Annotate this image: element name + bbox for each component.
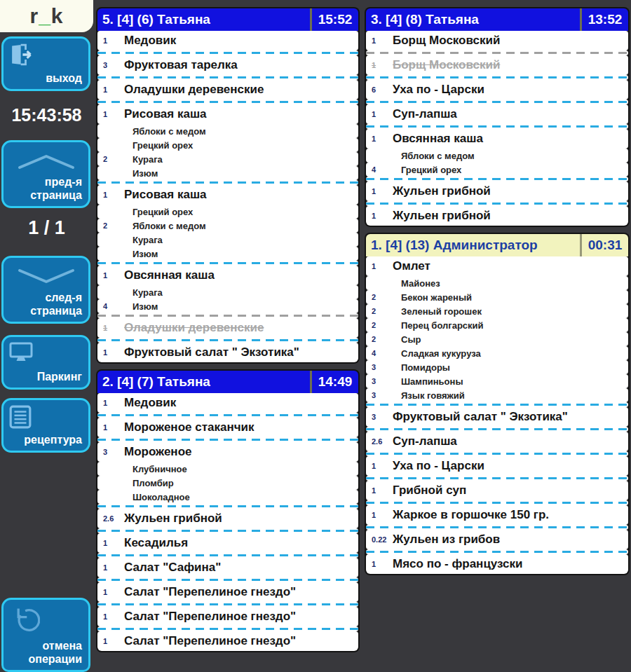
exit-button[interactable]: выход <box>1 36 90 91</box>
item-separator <box>366 402 628 407</box>
item-name: Овсянная каша <box>124 268 215 282</box>
parking-button[interactable]: Паркинг <box>1 335 90 390</box>
order-item-row[interactable]: 1Кесадилья <box>97 533 358 553</box>
order-item-row[interactable]: 1Борщ Московский <box>366 31 628 50</box>
order-item-row[interactable]: 1Рисовая каша <box>97 185 358 205</box>
order-item-row[interactable]: 1Жульен грибной <box>366 181 628 201</box>
order-item-row[interactable]: 1Медовик <box>97 393 358 413</box>
subitem-qty: 3 <box>366 363 393 371</box>
order-card[interactable]: 2. [4] (7) Татьяна14:491Медовик1Морожено… <box>96 369 360 652</box>
item-name: Суп-лапша <box>393 434 457 448</box>
item-name: Салат "Перепелиное гнездо" <box>124 634 296 648</box>
order-item-row[interactable]: 0.22Жульен из грибов <box>366 530 628 549</box>
subitem-qty: 2 <box>97 155 124 163</box>
subitem-qty: 2 <box>97 221 124 230</box>
item-qty: 1 <box>97 563 124 572</box>
next-page-label: след-я страница <box>30 291 82 317</box>
order-subitem-row: Шоколадное <box>97 490 358 504</box>
order-item-row[interactable]: 1Мороженое стаканчик <box>97 418 358 437</box>
order-card-header[interactable]: 5. [4] (6) Татьяна15:52 <box>97 8 358 31</box>
item-name: Кесадилья <box>124 536 188 550</box>
recipes-button[interactable]: рецептура <box>1 398 90 453</box>
clock: 15:43:58 <box>0 105 93 125</box>
order-card[interactable]: 1. [4] (13) Администратор00:311ОмлетМайо… <box>365 233 630 575</box>
subitem-name: Изюм <box>124 168 158 179</box>
item-name: Оладушки деревенские <box>124 321 264 335</box>
item-qty: 1 <box>97 324 124 332</box>
order-item-row[interactable]: 1Фруктовый салат " Экзотика" <box>97 343 358 362</box>
item-name: Уха по - Царски <box>393 83 484 97</box>
order-subitem-row: 2Перец болгарский <box>366 318 628 332</box>
order-item-row[interactable]: 2.6Суп-лапша <box>366 432 628 451</box>
item-qty: 3 <box>97 61 124 69</box>
order-timer: 00:31 <box>580 234 628 256</box>
item-separator <box>97 313 358 318</box>
order-item-row[interactable]: 3Фруктовая тарелка <box>97 55 358 75</box>
item-qty: 1 <box>366 560 393 568</box>
order-item-row[interactable]: 3Мороженое <box>97 442 358 462</box>
item-separator <box>97 75 358 80</box>
item-separator <box>97 413 358 418</box>
order-item-row[interactable]: 1Борщ Московский <box>366 55 628 75</box>
order-item-row[interactable]: 1Салат "Перепелиное гнездо" <box>97 631 358 651</box>
order-item-row[interactable]: 1Омлет <box>366 256 628 276</box>
order-card-header[interactable]: 3. [4] (8) Татьяна13:52 <box>366 8 628 31</box>
order-item-row[interactable]: 1Оладушки деревенские <box>97 80 358 100</box>
next-page-button[interactable]: след-я страница <box>1 256 90 324</box>
item-separator <box>366 177 628 181</box>
item-separator <box>97 100 358 104</box>
item-name: Рисовая каша <box>124 188 207 202</box>
order-item-row[interactable]: 1Рисовая каша <box>97 104 358 124</box>
order-item-row[interactable]: 1Суп-лапша <box>366 104 628 124</box>
subitem-name: Грецкий орех <box>124 207 193 217</box>
subitem-name: Шоколадное <box>124 492 190 502</box>
order-item-row[interactable]: 6Уха по - Царски <box>366 80 628 100</box>
order-item-row[interactable]: 1Жаркое в горшочке 150 гр. <box>366 505 628 525</box>
order-item-row[interactable]: 1Овсянная каша <box>366 129 628 149</box>
item-separator <box>366 549 628 554</box>
order-item-row[interactable]: 1Грибной суп <box>366 481 628 500</box>
subitem-name: Сыр <box>393 334 421 345</box>
order-item-row[interactable]: 1Медовик <box>97 31 358 50</box>
item-qty: 1 <box>366 187 393 196</box>
order-subitem-row: 2Зеленый горошек <box>366 304 628 318</box>
order-item-row[interactable]: 1Салат "Перепелиное гнездо" <box>97 607 358 626</box>
subitem-name: Яблоки с медом <box>393 151 475 161</box>
order-item-row[interactable]: 1Салат "Сафина" <box>97 558 358 577</box>
order-subitem-row: 4Сладкая кукуруза <box>366 346 628 360</box>
item-separator <box>97 602 358 607</box>
subitem-name: Яблоки с медом <box>124 126 206 137</box>
item-separator <box>97 338 358 343</box>
order-card-header[interactable]: 1. [4] (13) Администратор00:31 <box>366 234 628 256</box>
item-qty: 2.6 <box>97 514 124 523</box>
exit-door-icon <box>9 43 34 66</box>
order-item-row[interactable]: 1Оладушки деревенские <box>97 318 358 338</box>
order-subitem-row: Изюм <box>97 247 358 261</box>
item-qty: 2.6 <box>366 437 393 446</box>
subitem-name: Курага <box>124 287 163 298</box>
order-item-row[interactable]: 1Жульен грибной <box>366 206 628 226</box>
order-item-row[interactable]: 1Овсянная каша <box>97 266 358 285</box>
order-item-row[interactable]: 1Уха по - Царски <box>366 456 628 476</box>
subitem-name: Курага <box>124 235 163 245</box>
order-subitem-row: 2Бекон жареный <box>366 290 628 304</box>
cancel-operation-button[interactable]: отмена операции <box>1 598 90 672</box>
subitem-qty: 4 <box>366 165 393 174</box>
order-card-header[interactable]: 2. [4] (7) Татьяна14:49 <box>97 371 358 393</box>
item-name: Суп-лапша <box>393 107 457 121</box>
item-qty: 1 <box>97 539 124 547</box>
order-item-row[interactable]: 1Мясо по - французски <box>366 554 628 574</box>
order-item-row[interactable]: 1Салат "Перепелиное гнездо" <box>97 582 358 602</box>
item-name: Омлет <box>393 259 430 273</box>
order-item-row[interactable]: 3Фруктовый салат " Экзотика" <box>366 407 628 427</box>
order-item-row[interactable]: 2.6Жульен грибной <box>97 509 358 528</box>
order-subitem-row: Клубничное <box>97 462 358 476</box>
order-card[interactable]: 5. [4] (6) Татьяна15:521Медовик3Фруктова… <box>96 7 360 364</box>
item-name: Оладушки деревенские <box>124 83 264 97</box>
prev-page-button[interactable]: пред-я страница <box>1 140 90 208</box>
item-qty: 1 <box>97 271 124 280</box>
order-card[interactable]: 3. [4] (8) Татьяна13:521Борщ Московский1… <box>365 7 630 227</box>
subitem-name: Изюм <box>124 301 158 312</box>
order-subitem-row: 2Сыр <box>366 332 628 346</box>
subitem-name: Изюм <box>124 249 158 259</box>
